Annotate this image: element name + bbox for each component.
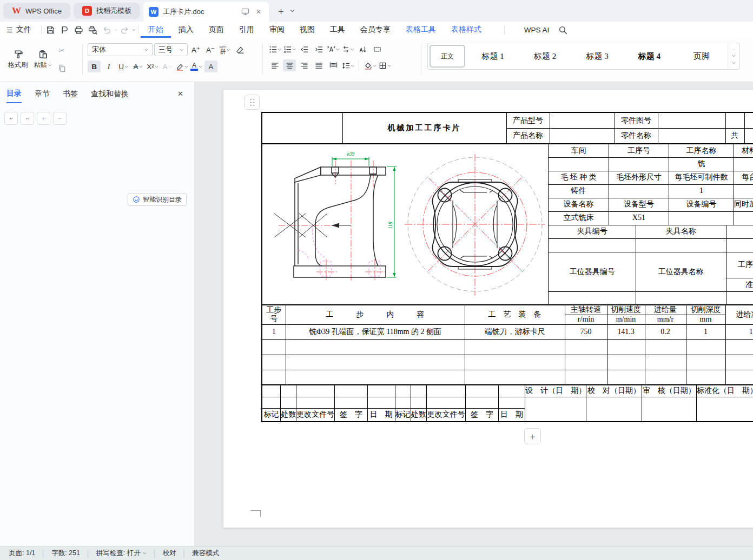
style-footer[interactable]: 页脚 [676, 43, 728, 69]
cell[interactable]: r/min [565, 315, 607, 324]
cell[interactable]: 工位器具名称 [636, 252, 726, 291]
align-center-button[interactable] [283, 59, 296, 71]
cell[interactable]: 铣Φ39 孔端面，保证宽 118mm 的 2 侧面 [286, 324, 465, 339]
cell[interactable]: 每台件数 [734, 171, 753, 184]
redo-chevron-icon[interactable] [132, 29, 136, 31]
cell[interactable] [669, 211, 734, 225]
menu-reference[interactable]: 引用 [232, 22, 262, 38]
cell[interactable]: 1 [725, 324, 753, 339]
menu-tools[interactable]: 工具 [322, 22, 353, 38]
cell[interactable]: 工步号 [262, 305, 286, 324]
cell[interactable]: 车间 [549, 144, 609, 157]
cell[interactable] [726, 225, 753, 238]
decrease-indent-button[interactable] [298, 43, 311, 55]
cell[interactable] [725, 339, 753, 355]
cell[interactable] [725, 355, 753, 370]
cell[interactable]: 设备名称 [549, 198, 609, 211]
cell[interactable]: 毛 坯 种 类 [549, 171, 609, 184]
justify-button[interactable] [312, 59, 325, 71]
cell[interactable]: 更改文件号 [296, 408, 335, 422]
menu-review[interactable]: 审阅 [262, 22, 292, 38]
align-right-button[interactable] [298, 59, 311, 71]
numbered-list-button[interactable] [283, 43, 296, 55]
monitor-icon[interactable] [241, 8, 249, 16]
cell[interactable]: 签 字 [466, 408, 498, 422]
word-count[interactable]: 字数: 251 [51, 549, 80, 558]
cell[interactable] [465, 355, 565, 370]
cell[interactable] [725, 370, 753, 385]
add-row-button[interactable]: ＋ [524, 428, 541, 444]
cell[interactable]: 标准化（日 期） [697, 385, 753, 397]
style-heading2[interactable]: 标题 2 [519, 43, 571, 69]
copy-button[interactable] [55, 62, 68, 74]
sidebar-close-icon[interactable]: ✕ [177, 90, 183, 98]
cell[interactable] [565, 370, 607, 385]
cell[interactable]: 夹具编号 [549, 225, 636, 238]
distribute-button[interactable] [327, 59, 340, 71]
cell[interactable]: 夹具名称 [636, 225, 726, 238]
cell[interactable] [686, 355, 725, 370]
cell[interactable]: 更改文件号 [426, 408, 466, 422]
cell[interactable]: 设备编号 [669, 198, 734, 211]
export-pdf-button[interactable] [58, 23, 72, 36]
grow-font-button[interactable]: A⁺ [189, 44, 202, 56]
new-tab-button[interactable]: ＋ [272, 5, 290, 17]
compatibility-mode-label[interactable]: 兼容模式 [192, 549, 219, 558]
cell[interactable] [465, 339, 565, 355]
format-painter-button[interactable]: 格式刷 [5, 42, 30, 77]
redo-button[interactable] [118, 23, 132, 36]
cell[interactable] [498, 385, 525, 397]
cell[interactable] [642, 397, 696, 422]
menu-view[interactable]: 视图 [292, 22, 322, 38]
cell[interactable] [498, 397, 525, 408]
cell[interactable] [262, 370, 286, 385]
tab-docer-templates[interactable]: D 找稻壳模板 [74, 3, 140, 19]
tab-stops-button[interactable] [371, 43, 384, 55]
table-move-handle[interactable] [245, 95, 260, 110]
cell[interactable] [609, 184, 669, 198]
cell[interactable] [411, 385, 426, 397]
cell[interactable] [465, 370, 565, 385]
document-area[interactable]: 机械加工工序卡片 产品型号 零件图号 产品名称 零件名称 共 [195, 82, 753, 546]
menu-insert[interactable]: 插入 [171, 22, 201, 38]
italic-button[interactable]: I [102, 61, 115, 72]
tab-document[interactable]: W 工序卡片.doc ✕ [143, 2, 269, 22]
cell[interactable]: 铣 [669, 157, 734, 171]
tab-wps-office[interactable]: W WPS Office [3, 3, 70, 19]
document-page[interactable]: 机械加工工序卡片 产品型号 零件图号 产品名称 零件名称 共 [223, 90, 753, 528]
cell[interactable] [281, 385, 296, 397]
cell[interactable] [658, 112, 725, 128]
cell[interactable] [686, 339, 725, 355]
font-name-select[interactable]: 宋体 [88, 43, 153, 56]
toc-zoom-in-button[interactable]: ＋ [37, 112, 50, 125]
cell[interactable]: 共 [725, 128, 744, 144]
cell[interactable] [549, 157, 609, 171]
shading-button[interactable] [364, 59, 376, 71]
cell[interactable] [296, 385, 335, 397]
cell[interactable] [335, 397, 367, 408]
cell[interactable] [565, 355, 607, 370]
cell[interactable]: 切削深度 [686, 305, 725, 315]
cell[interactable]: mm/r [645, 315, 686, 324]
cell[interactable]: 1 [686, 324, 725, 339]
cell[interactable] [549, 238, 636, 252]
cell[interactable]: 铸件 [549, 184, 609, 198]
cell[interactable]: 校 对（日期） [586, 385, 642, 397]
cell[interactable] [726, 238, 753, 252]
cell[interactable] [725, 112, 744, 128]
cell[interactable]: 立式铣床 [549, 211, 609, 225]
cell[interactable] [744, 112, 753, 128]
cell[interactable] [607, 370, 645, 385]
toc-expand-button[interactable] [4, 112, 18, 125]
text-effects-button[interactable]: A [161, 61, 174, 72]
cell[interactable] [281, 397, 296, 408]
tab-list-chevron-icon[interactable] [290, 9, 295, 12]
borders-button[interactable] [378, 59, 391, 71]
cell[interactable]: 准终 [726, 278, 753, 291]
cell[interactable]: 材料牌号 [734, 144, 753, 157]
cell[interactable]: 每毛坯可制件数 [669, 171, 734, 184]
menu-table-tools[interactable]: 表格工具 [398, 22, 444, 38]
proofread-button[interactable]: 校对 [163, 549, 176, 558]
cell[interactable] [636, 291, 726, 305]
search-button[interactable] [556, 23, 570, 36]
